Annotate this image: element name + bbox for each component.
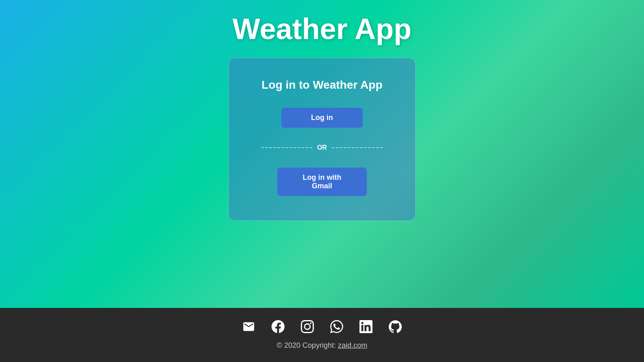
or-text: OR xyxy=(317,144,327,151)
linkedin-icon[interactable] xyxy=(359,320,372,333)
or-divider: OR xyxy=(261,144,383,151)
social-icons xyxy=(242,320,402,333)
footer: © 2020 Copyright: zaid.com xyxy=(0,308,644,362)
divider-right xyxy=(332,147,383,148)
login-card: Log in to Weather App Log in OR Log in w… xyxy=(228,58,416,221)
footer-copyright: © 2020 Copyright: zaid.com xyxy=(277,341,367,350)
email-icon[interactable] xyxy=(242,320,255,333)
whatsapp-icon[interactable] xyxy=(330,320,343,333)
app-title: Weather App xyxy=(232,12,412,46)
footer-link[interactable]: zaid.com xyxy=(338,341,367,349)
main-content: Weather App Log in to Weather App Log in… xyxy=(0,0,644,308)
gmail-login-button[interactable]: Log in with Gmail xyxy=(277,168,367,196)
divider-left xyxy=(261,147,312,148)
card-title: Log in to Weather App xyxy=(261,79,382,92)
instagram-icon[interactable] xyxy=(301,320,314,333)
github-icon[interactable] xyxy=(389,320,402,333)
facebook-icon[interactable] xyxy=(272,320,285,333)
login-button[interactable]: Log in xyxy=(281,108,363,128)
